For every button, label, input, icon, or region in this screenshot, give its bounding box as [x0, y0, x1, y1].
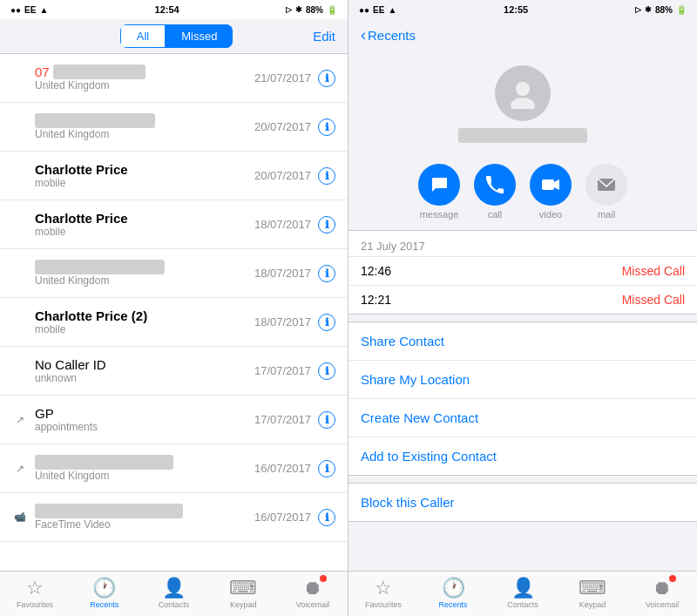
info-button[interactable]: ℹ	[318, 167, 335, 185]
call-list: 07 ██████████ United Kingdom 21/07/2017 …	[0, 54, 348, 571]
list-item[interactable]: ↗ ███████████████ United Kingdom 16/07/2…	[0, 444, 348, 493]
history-section: 21 July 2017 12:46 Missed Call 12:21 Mis…	[348, 230, 697, 315]
info-button[interactable]: ℹ	[318, 411, 335, 429]
segment-missed-button[interactable]: Missed	[166, 24, 233, 48]
caller-name: 07 ██████████	[35, 64, 254, 79]
favourites-icon-right: ☆	[375, 577, 392, 599]
call-date: 21/07/2017	[254, 71, 311, 85]
outgoing-call-icon: ↗	[16, 463, 24, 475]
svg-point-1	[511, 98, 535, 109]
caller-subtitle: mobile	[35, 226, 254, 238]
video-action[interactable]: video	[530, 164, 572, 220]
share-location-item[interactable]: Share My Location	[348, 361, 697, 399]
call-date: 18/07/2017	[254, 267, 311, 280]
tab-keypad[interactable]: ⌨ Keypad	[208, 575, 278, 611]
tab-recents-right[interactable]: 🕐 Recents	[418, 575, 488, 611]
voicemail-badge	[320, 575, 327, 582]
caller-subtitle: United Kingdom	[35, 79, 254, 91]
mail-action[interactable]: mail	[585, 164, 627, 220]
info-button[interactable]: ℹ	[318, 265, 335, 282]
back-label: Recents	[368, 28, 416, 43]
tab-favourites[interactable]: ☆ Favourites	[0, 575, 70, 611]
block-caller-item[interactable]: Block this Caller	[348, 484, 697, 521]
left-carrier: ●● EE ▲	[10, 5, 48, 15]
tab-contacts-label: Contacts	[159, 600, 190, 609]
call-date: 17/07/2017	[254, 364, 311, 377]
svg-rect-2	[542, 179, 554, 190]
back-button[interactable]: ‹ Recents	[361, 26, 416, 44]
info-button[interactable]: ℹ	[318, 509, 335, 526]
recents-icon: 🕐	[92, 577, 116, 599]
info-button[interactable]: ℹ	[318, 460, 335, 477]
mail-label: mail	[598, 209, 615, 220]
caller-name: Charlotte Price	[35, 162, 254, 177]
caller-name: ██████████████	[35, 260, 254, 274]
contacts-icon: 👤	[162, 577, 186, 599]
right-battery-area: ▷ ✱ 88% 🔋	[635, 5, 687, 15]
create-contact-item[interactable]: Create New Contact	[348, 399, 697, 437]
mail-circle	[585, 164, 627, 206]
caller-name: ████████████████	[35, 504, 254, 518]
carrier-label: EE	[24, 5, 36, 15]
tab-keypad-right[interactable]: ⌨ Keypad	[558, 575, 627, 611]
call-circle	[474, 164, 516, 206]
info-button[interactable]: ℹ	[318, 362, 335, 380]
message-label: message	[420, 209, 459, 220]
list-item[interactable]: 07 ██████████ United Kingdom 21/07/2017 …	[0, 54, 348, 103]
contacts-icon-right: 👤	[511, 577, 535, 599]
list-item[interactable]: ██████████████ United Kingdom 18/07/2017…	[0, 249, 348, 298]
caller-subtitle: mobile	[35, 323, 254, 335]
info-button[interactable]: ℹ	[318, 118, 335, 136]
list-item[interactable]: Charlotte Price (2) mobile 18/07/2017 ℹ	[0, 298, 348, 347]
info-button[interactable]: ℹ	[318, 314, 335, 331]
status-bar-right: ●● EE ▲ 12:55 ▷ ✱ 88% 🔋	[348, 0, 697, 19]
history-type: Missed Call	[622, 293, 685, 307]
history-item: 12:21 Missed Call	[348, 285, 697, 314]
video-circle	[530, 164, 572, 206]
battery-label: 88%	[306, 5, 323, 15]
right-header: ‹ Recents	[348, 19, 697, 51]
recents-icon-right: 🕐	[442, 577, 465, 599]
caller-name: █████████████	[35, 113, 254, 128]
outgoing-call-icon: ↗	[16, 414, 24, 426]
list-item[interactable]: No Caller ID unknown 17/07/2017 ℹ	[0, 347, 348, 396]
list-item[interactable]: Charlotte Price mobile 20/07/2017 ℹ	[0, 152, 348, 200]
tab-contacts-right[interactable]: 👤 Contacts	[488, 575, 558, 611]
chevron-left-icon: ‹	[361, 26, 366, 44]
contact-detail: ██████████████ message call	[348, 51, 697, 571]
tab-recents-label: Recents	[90, 600, 118, 609]
list-item[interactable]: ↗ GP appointments 17/07/2017 ℹ	[0, 396, 348, 444]
info-button[interactable]: ℹ	[318, 70, 335, 87]
list-item[interactable]: Charlotte Price mobile 18/07/2017 ℹ	[0, 200, 348, 249]
carrier-label: EE	[373, 5, 384, 15]
edit-button[interactable]: Edit	[313, 29, 335, 44]
call-date: 16/07/2017	[254, 511, 311, 524]
battery-icon: 🔋	[327, 5, 337, 15]
caller-subtitle: United Kingdom	[35, 128, 254, 140]
bluetooth-icon: ✱	[645, 5, 652, 14]
tab-bar-left: ☆ Favourites 🕐 Recents 👤 Contacts ⌨ Keyp…	[0, 571, 348, 616]
share-contact-item[interactable]: Share Contact	[348, 322, 697, 361]
caller-name: Charlotte Price	[35, 211, 254, 226]
keypad-icon-right: ⌨	[579, 577, 606, 599]
status-bar-left: ●● EE ▲ 12:54 ▷ ✱ 88% 🔋	[0, 0, 348, 19]
tab-contacts[interactable]: 👤 Contacts	[139, 575, 209, 611]
add-existing-item[interactable]: Add to Existing Contact	[348, 437, 697, 475]
battery-label: 88%	[655, 5, 673, 15]
tab-favourites-right[interactable]: ☆ Favourites	[348, 575, 418, 611]
tab-voicemail[interactable]: ⏺ Voicemail	[278, 575, 348, 611]
list-item[interactable]: █████████████ United Kingdom 20/07/2017 …	[0, 103, 348, 152]
tab-favourites-label: Favourites	[17, 600, 53, 609]
caller-subtitle: United Kingdom	[35, 470, 254, 482]
info-button[interactable]: ℹ	[318, 216, 335, 234]
message-action[interactable]: message	[418, 164, 460, 220]
signal-icon: ●●	[10, 5, 21, 15]
tab-voicemail-right[interactable]: ⏺ Voicemail	[627, 575, 697, 611]
tab-recents[interactable]: 🕐 Recents	[70, 575, 139, 611]
call-action[interactable]: call	[474, 164, 516, 220]
segment-all-button[interactable]: All	[120, 24, 166, 48]
location-icon: ▷	[286, 5, 292, 14]
caller-subtitle: United Kingdom	[35, 274, 254, 287]
list-item[interactable]: 📹 ████████████████ FaceTime Video 16/07/…	[0, 493, 348, 542]
battery-icon: 🔋	[676, 5, 687, 15]
